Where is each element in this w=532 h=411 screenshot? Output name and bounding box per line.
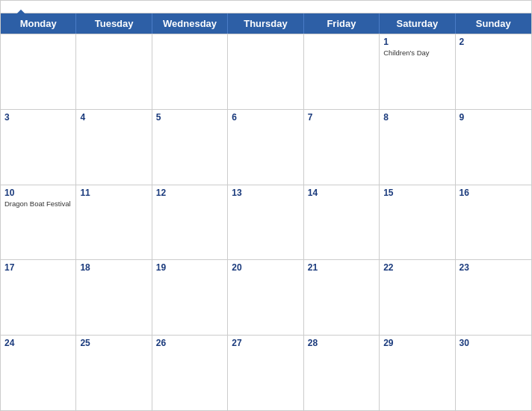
day-number: 13	[232, 188, 299, 198]
day-number: 20	[232, 262, 299, 273]
day-header-wednesday: Wednesday	[152, 13, 228, 34]
day-cell	[228, 34, 303, 109]
day-cell: 1Children's Day	[380, 34, 455, 109]
week-row-3: 10Dragon Boat Festival111213141516	[1, 185, 531, 260]
holiday-label: Children's Day	[383, 49, 451, 58]
day-cell	[76, 34, 152, 109]
day-number: 12	[156, 188, 223, 198]
day-cell: 4	[76, 110, 152, 185]
day-number: 18	[80, 262, 147, 273]
day-number: 6	[232, 112, 299, 123]
day-number: 16	[460, 188, 528, 198]
day-cell: 7	[304, 110, 380, 185]
week-row-5: 24252627282930	[1, 335, 531, 410]
holiday-label: Dragon Boat Festival	[4, 200, 72, 208]
day-cell: 8	[380, 110, 455, 185]
day-number: 10	[4, 188, 72, 198]
day-number: 5	[156, 112, 223, 123]
day-cell: 19	[152, 260, 228, 335]
day-cell: 28	[304, 336, 380, 410]
day-header-thursday: Thursday	[228, 13, 303, 34]
day-number: 17	[4, 262, 72, 273]
day-cell: 15	[380, 185, 455, 260]
day-number: 7	[308, 112, 375, 123]
day-cell: 20	[228, 260, 303, 335]
day-cell: 27	[228, 336, 303, 410]
day-cell: 26	[152, 336, 228, 410]
weeks-container: 1Children's Day2345678910Dragon Boat Fes…	[1, 34, 531, 410]
day-header-friday: Friday	[304, 13, 380, 34]
day-number: 3	[4, 112, 72, 123]
day-number: 27	[232, 338, 299, 348]
day-number: 21	[308, 262, 375, 273]
day-number: 30	[460, 338, 528, 348]
day-number: 8	[383, 112, 451, 123]
day-cell: 24	[1, 336, 76, 410]
day-cell	[304, 34, 380, 109]
day-number: 23	[460, 262, 528, 273]
day-headers-row: MondayTuesdayWednesdayThursdayFridaySatu…	[1, 13, 531, 34]
calendar-grid: MondayTuesdayWednesdayThursdayFridaySatu…	[1, 13, 531, 410]
day-cell: 22	[380, 260, 455, 335]
day-cell: 30	[456, 336, 531, 410]
day-cell	[152, 34, 228, 109]
day-number: 29	[383, 338, 451, 348]
day-number: 28	[308, 338, 375, 348]
day-cell: 25	[76, 336, 152, 410]
week-row-2: 3456789	[1, 109, 531, 185]
day-cell: 9	[456, 110, 531, 185]
day-cell: 17	[1, 260, 76, 335]
day-cell: 21	[304, 260, 380, 335]
calendar-header	[1, 1, 531, 13]
logo	[13, 8, 28, 22]
day-cell	[1, 34, 76, 109]
day-cell: 18	[76, 260, 152, 335]
day-cell: 10Dragon Boat Festival	[1, 185, 76, 260]
day-number: 15	[383, 188, 451, 198]
week-row-4: 17181920212223	[1, 259, 531, 335]
day-cell: 2	[456, 34, 531, 109]
day-number: 9	[460, 112, 528, 123]
day-cell: 29	[380, 336, 455, 410]
day-header-saturday: Saturday	[380, 13, 455, 34]
day-number: 14	[308, 188, 375, 198]
day-cell: 11	[76, 185, 152, 260]
day-number: 25	[80, 338, 147, 348]
week-row-1: 1Children's Day2	[1, 34, 531, 109]
day-cell: 14	[304, 185, 380, 260]
day-number: 26	[156, 338, 223, 348]
day-number: 24	[4, 338, 72, 348]
svg-marker-0	[16, 10, 26, 19]
calendar-container: MondayTuesdayWednesdayThursdayFridaySatu…	[0, 0, 532, 411]
day-number: 2	[460, 37, 528, 47]
day-cell: 12	[152, 185, 228, 260]
day-cell: 5	[152, 110, 228, 185]
day-header-tuesday: Tuesday	[76, 13, 152, 34]
day-number: 4	[80, 112, 147, 123]
day-number: 19	[156, 262, 223, 273]
day-cell: 13	[228, 185, 303, 260]
day-cell: 3	[1, 110, 76, 185]
day-number: 22	[383, 262, 451, 273]
day-cell: 16	[456, 185, 531, 260]
logo-bird-icon	[14, 8, 28, 22]
day-header-sunday: Sunday	[456, 13, 531, 34]
day-number: 1	[383, 37, 451, 47]
day-cell: 6	[228, 110, 303, 185]
day-cell: 23	[456, 260, 531, 335]
day-number: 11	[80, 188, 147, 198]
